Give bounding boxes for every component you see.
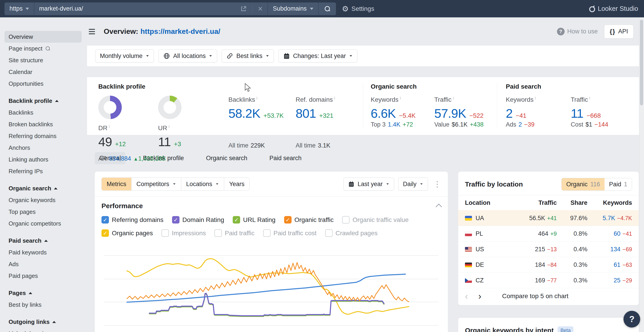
info-icon[interactable]: i — [535, 96, 536, 100]
organic-keywords-value[interactable]: 6.6K — [371, 106, 396, 121]
sidebar-item-ads[interactable]: Ads — [4, 258, 87, 270]
sidebar-item-opportunities[interactable]: Opportunities — [4, 78, 87, 90]
info-icon[interactable]: i — [334, 96, 335, 100]
table-row[interactable]: UA 56.5K+41 97.6% 5.7K−4.7K — [458, 210, 639, 226]
performance-chart-area[interactable] — [102, 250, 441, 330]
table-row[interactable]: DE 184−84 0.3% 61−63 — [458, 257, 639, 272]
info-icon[interactable]: i — [400, 96, 401, 100]
tab-paid-search[interactable]: Paid search — [265, 152, 306, 164]
competitors-segment[interactable]: Competitors — [131, 178, 181, 190]
checkbox-impressions[interactable]: Impressions — [162, 230, 206, 237]
checkbox-icon — [325, 230, 332, 237]
sidebar-item-page-inspect[interactable]: Page inspect — [4, 43, 87, 54]
checkbox-organic-pages[interactable]: Organic pages — [102, 230, 153, 237]
sidebar-item-paid-pages[interactable]: Paid pages — [4, 270, 87, 282]
backlinks-value[interactable]: 58.2K — [228, 106, 260, 121]
collapse-chevron-icon[interactable] — [436, 204, 442, 210]
settings-button[interactable]: ⚙ Settings — [342, 4, 374, 13]
table-row[interactable]: PL 464+9 0.8% 60−41 — [458, 226, 639, 241]
scrollbar-thumb[interactable] — [640, 20, 643, 105]
page-next-icon[interactable]: › — [478, 292, 481, 301]
toggle-paid[interactable]: Paid1 — [604, 178, 632, 190]
scope-dropdown[interactable]: Subdomains — [268, 2, 318, 15]
organic-traffic-value[interactable]: 57.9K — [434, 106, 466, 121]
changes-period-dropdown[interactable]: Changes: Last year — [278, 50, 358, 62]
info-icon[interactable]: i — [168, 124, 169, 129]
page-prev-icon[interactable]: ‹ — [465, 292, 468, 301]
metric-checkbox-row-1: Referring domains Domain Rating URL Rati… — [102, 216, 441, 224]
monthly-volume-dropdown[interactable]: Monthly volume — [95, 50, 154, 62]
paid-traffic-value[interactable]: 11 — [571, 106, 583, 121]
clear-input-icon[interactable]: × — [258, 5, 263, 13]
sidebar-section-paid-search[interactable]: Paid search — [4, 235, 87, 246]
sidebar-item-linked-domains[interactable]: Linked domains — [4, 328, 87, 332]
page-title-url-link[interactable]: https://market-dveri.ua/ — [140, 27, 220, 36]
table-row[interactable]: CZ 169−77 0.3% 25−29 — [458, 272, 639, 288]
sidebar-toggle-icon[interactable] — [89, 26, 99, 36]
toggle-organic[interactable]: Organic116 — [562, 178, 604, 190]
metrics-segment[interactable]: Metrics — [102, 178, 131, 190]
date-range-dropdown[interactable]: Last year — [344, 178, 394, 190]
ref-domains-value[interactable]: 801 — [296, 106, 316, 121]
sidebar-section-pages[interactable]: Pages — [4, 287, 87, 299]
info-icon[interactable]: i — [109, 124, 110, 129]
sidebar-item-paid-keywords[interactable]: Paid keywords — [4, 246, 87, 258]
checkbox-referring-domains[interactable]: Referring domains — [102, 216, 164, 224]
tab-organic-search[interactable]: Organic search — [202, 152, 252, 164]
sidebar-section-organic-search[interactable]: Organic search — [4, 182, 87, 194]
domain-input[interactable]: market-dveri.ua/ × — [34, 2, 268, 15]
checkbox-organic-traffic[interactable]: Organic traffic — [284, 216, 334, 224]
compare-top5-link[interactable]: Compare top 5 on chart — [502, 292, 568, 300]
sidebar-item-site-structure[interactable]: Site structure — [4, 54, 87, 66]
checkbox-organic-traffic-value[interactable]: Organic traffic value — [342, 216, 408, 224]
ar-value[interactable]: 834,884 — [109, 155, 131, 162]
sidebar-item-top-pages[interactable]: Top pages — [4, 206, 87, 218]
checkbox-url-rating[interactable]: URL Rating — [233, 216, 276, 224]
performance-chart — [102, 250, 441, 330]
sidebar-section-backlink-profile[interactable]: Backlink profile — [4, 95, 87, 107]
caret-down-icon — [146, 55, 149, 56]
sidebar-item-referring-domains[interactable]: Referring domains — [4, 130, 87, 142]
checkbox-paid-traffic-cost[interactable]: Paid traffic cost — [263, 230, 316, 237]
search-button[interactable] — [318, 2, 336, 15]
how-to-use-link[interactable]: ? How to use — [557, 28, 598, 36]
sidebar-section-outgoing-links[interactable]: Outgoing links — [4, 316, 87, 328]
checkbox-domain-rating[interactable]: Domain Rating — [172, 216, 224, 224]
sidebar-item-best-by-links[interactable]: Best by links — [4, 299, 87, 310]
protocol-dropdown[interactable]: https — [4, 2, 34, 15]
globe-icon — [163, 52, 170, 59]
ahrefs-rank-line: AR 834,884 ▲1,425,185 — [98, 155, 165, 162]
sidebar-item-calendar[interactable]: Calendar — [4, 66, 87, 78]
sidebar-item-anchors[interactable]: Anchors — [4, 142, 87, 154]
checkbox-paid-traffic[interactable]: Paid traffic — [214, 230, 254, 237]
checkbox-icon — [284, 216, 292, 224]
api-button[interactable]: {} API — [604, 24, 634, 38]
sidebar-item-organic-keywords[interactable]: Organic keywords — [4, 194, 87, 206]
table-row[interactable]: US 215−13 0.4% 134−69 — [458, 241, 639, 257]
scope-label: Subdomains — [273, 5, 307, 12]
paid-traffic-delta: −668 — [586, 112, 601, 119]
locations-segment[interactable]: Locations — [181, 178, 224, 190]
help-button[interactable]: ? — [624, 311, 640, 328]
sidebar-item-backlinks[interactable]: Backlinks — [4, 107, 87, 118]
sidebar-item-organic-competitors[interactable]: Organic competitors — [4, 218, 87, 230]
more-options-icon[interactable]: ⋮ — [434, 180, 441, 188]
info-icon[interactable]: i — [256, 96, 257, 100]
paid-traffic-stat: Traffici 11−668 Cost$1−144 — [571, 96, 608, 128]
flag-ua-icon — [465, 216, 472, 220]
page-scrollbar[interactable] — [639, 17, 644, 332]
looker-studio-link[interactable]: Looker Studio — [589, 5, 638, 12]
info-icon[interactable]: i — [453, 96, 454, 100]
sidebar-item-broken-backlinks[interactable]: Broken backlinks — [4, 118, 87, 130]
checkbox-crawled-pages[interactable]: Crawled pages — [325, 230, 378, 237]
all-locations-dropdown[interactable]: All locations — [158, 50, 217, 62]
sidebar-item-linking-authors[interactable]: Linking authors — [4, 154, 87, 165]
open-in-new-tab-icon[interactable] — [240, 6, 247, 12]
paid-keywords-value[interactable]: 2 — [506, 106, 512, 121]
sidebar-item-overview[interactable]: Overview — [4, 31, 82, 43]
info-icon[interactable]: i — [589, 96, 590, 100]
years-segment[interactable]: Years — [224, 178, 250, 190]
best-links-dropdown[interactable]: Best links — [222, 50, 274, 62]
granularity-dropdown[interactable]: Daily — [398, 178, 428, 190]
sidebar-item-referring-ips[interactable]: Referring IPs — [4, 165, 87, 177]
